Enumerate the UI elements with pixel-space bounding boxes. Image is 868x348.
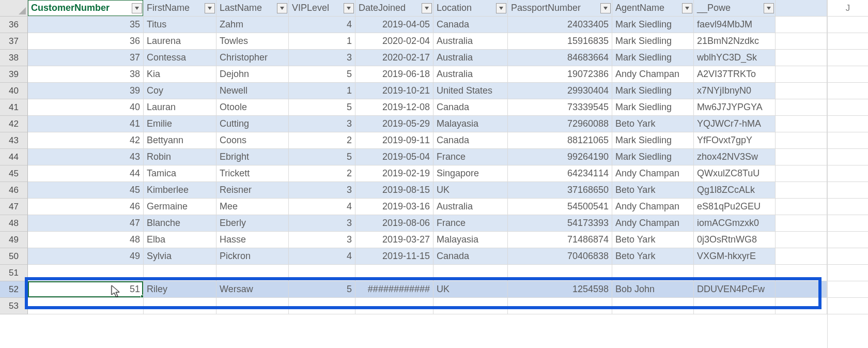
cell-powerappsid[interactable]: A2VI37TRKTo (694, 66, 776, 83)
cell-tail[interactable] (776, 132, 827, 149)
cell-datejoined[interactable]: 2019-09-11 (355, 132, 433, 149)
cell-agentname[interactable]: Andy Champan (612, 199, 694, 215)
cell-viplevel[interactable]: 4 (289, 248, 355, 265)
cell-powerappsid[interactable]: x7NYjIbnyN0 (694, 83, 776, 99)
empty-cell[interactable] (776, 298, 827, 314)
cell-customernumber[interactable]: 44 (28, 165, 144, 182)
cell-agentname[interactable]: Beto Yark (612, 232, 694, 248)
cell-customernumber[interactable]: 43 (28, 149, 144, 165)
column-header-passportnumber[interactable]: PassportNumber (508, 0, 612, 17)
column-header-location[interactable]: Location (433, 0, 508, 17)
cell-agentname[interactable]: Mark Siedling (612, 50, 694, 66)
filter-button-viplevel[interactable] (344, 3, 354, 13)
row-header[interactable]: 37 (0, 33, 28, 50)
filter-button-datejoined[interactable] (422, 3, 432, 13)
empty-cell[interactable] (355, 298, 433, 314)
cell-agentname[interactable]: Mark Siedling (612, 99, 694, 116)
cell-passportnumber[interactable]: 15916835 (508, 33, 612, 50)
row-header[interactable]: 43 (0, 132, 28, 149)
cell-powerappsid[interactable]: VXGM-hkxyrE (694, 248, 776, 265)
cell-agentname[interactable]: Mark Siedling (612, 149, 694, 165)
cell-tail[interactable] (776, 149, 827, 165)
filter-button-lastname[interactable] (277, 3, 287, 13)
cell-powerappsid[interactable]: QWxulZC8TuU (694, 165, 776, 182)
cell-firstname[interactable]: Kimberlee (144, 182, 216, 199)
cell-tail[interactable] (776, 50, 827, 66)
cell-passportnumber[interactable]: 64234114 (508, 165, 612, 182)
cell-viplevel[interactable]: 3 (289, 232, 355, 248)
cell-location[interactable]: United States (433, 83, 508, 99)
cell-powerappsid[interactable]: iomACGmzxk0 (694, 215, 776, 232)
cell-viplevel[interactable]: 3 (289, 50, 355, 66)
cell-customernumber[interactable]: 46 (28, 199, 144, 215)
cell-firstname[interactable]: Tamica (144, 165, 216, 182)
cell-location[interactable]: France (433, 149, 508, 165)
cell-customernumber[interactable]: 51 (28, 281, 144, 298)
cell-agentname[interactable]: Mark Siedling (612, 132, 694, 149)
cell-customernumber[interactable] (28, 265, 144, 281)
cell-passportnumber[interactable]: 71486874 (508, 232, 612, 248)
row-header[interactable]: 52 (0, 281, 28, 298)
cell-location[interactable]: Australia (433, 199, 508, 215)
cell-viplevel[interactable]: 3 (289, 116, 355, 132)
cell-tail[interactable] (776, 99, 827, 116)
cell-firstname[interactable]: Germaine (144, 199, 216, 215)
cell-location[interactable]: Australia (433, 66, 508, 83)
cell-lastname[interactable]: Mee (216, 199, 289, 215)
select-all-corner[interactable] (0, 0, 28, 17)
cell-passportnumber[interactable]: 88121065 (508, 132, 612, 149)
cell-firstname[interactable]: Contessa (144, 50, 216, 66)
cell-customernumber[interactable]: 40 (28, 99, 144, 116)
cell-firstname[interactable]: Blanche (144, 215, 216, 232)
cell-agentname[interactable]: Bob John (612, 281, 694, 298)
cell-passportnumber[interactable]: 24033405 (508, 17, 612, 33)
cell-location[interactable]: Singapore (433, 165, 508, 182)
cell-viplevel[interactable]: 3 (289, 215, 355, 232)
cell-viplevel[interactable]: 3 (289, 182, 355, 199)
cell-datejoined[interactable]: ############ (355, 281, 433, 298)
cell-passportnumber[interactable]: 37168650 (508, 182, 612, 199)
cell-passportnumber[interactable]: 29930404 (508, 83, 612, 99)
cell-agentname[interactable]: Andy Champan (612, 165, 694, 182)
column-header-firstname[interactable]: FirstName (144, 0, 216, 17)
cell-viplevel[interactable]: 5 (289, 149, 355, 165)
cell-location[interactable]: Malayasia (433, 232, 508, 248)
empty-cell[interactable] (28, 298, 144, 314)
filter-button-firstname[interactable] (205, 3, 215, 13)
cell-lastname[interactable]: Ebright (216, 149, 289, 165)
cell-firstname[interactable]: Coy (144, 83, 216, 99)
cell-location[interactable]: UK (433, 281, 508, 298)
cell-tail[interactable] (776, 83, 827, 99)
cell-customernumber[interactable]: 37 (28, 50, 144, 66)
row-header[interactable]: 50 (0, 248, 28, 265)
column-header-powerappsid[interactable]: __Powe (694, 0, 776, 17)
cell-location[interactable]: Canada (433, 132, 508, 149)
cell-viplevel[interactable]: 4 (289, 199, 355, 215)
column-header-tail[interactable] (776, 0, 827, 17)
cell-agentname[interactable]: Mark Siedling (612, 17, 694, 33)
cell-tail[interactable] (776, 215, 827, 232)
cell-agentname[interactable]: Beto Yark (612, 116, 694, 132)
row-header[interactable]: 39 (0, 66, 28, 83)
cell-viplevel[interactable]: 5 (289, 99, 355, 116)
cell-tail[interactable] (776, 281, 827, 298)
cell-lastname[interactable]: Trickett (216, 165, 289, 182)
cell-customernumber[interactable]: 47 (28, 215, 144, 232)
cell-customernumber[interactable]: 36 (28, 33, 144, 50)
row-header[interactable]: 45 (0, 165, 28, 182)
cell-viplevel[interactable]: 5 (289, 281, 355, 298)
row-header[interactable]: 41 (0, 99, 28, 116)
cell-datejoined[interactable]: 2019-11-15 (355, 248, 433, 265)
cell-powerappsid[interactable]: YQJWCr7-hMA (694, 116, 776, 132)
cell-firstname[interactable]: Riley (144, 281, 216, 298)
row-header[interactable]: 49 (0, 232, 28, 248)
cell-datejoined[interactable]: 2019-03-27 (355, 232, 433, 248)
row-header[interactable]: 38 (0, 50, 28, 66)
cell-firstname[interactable] (144, 265, 216, 281)
cell-datejoined[interactable]: 2019-08-15 (355, 182, 433, 199)
cell-customernumber[interactable]: 49 (28, 248, 144, 265)
cell-viplevel[interactable]: 2 (289, 132, 355, 149)
cell-agentname[interactable]: Andy Champan (612, 215, 694, 232)
row-header[interactable]: 53 (0, 298, 28, 314)
cell-powerappsid[interactable]: 0j3OsRtnWG8 (694, 232, 776, 248)
